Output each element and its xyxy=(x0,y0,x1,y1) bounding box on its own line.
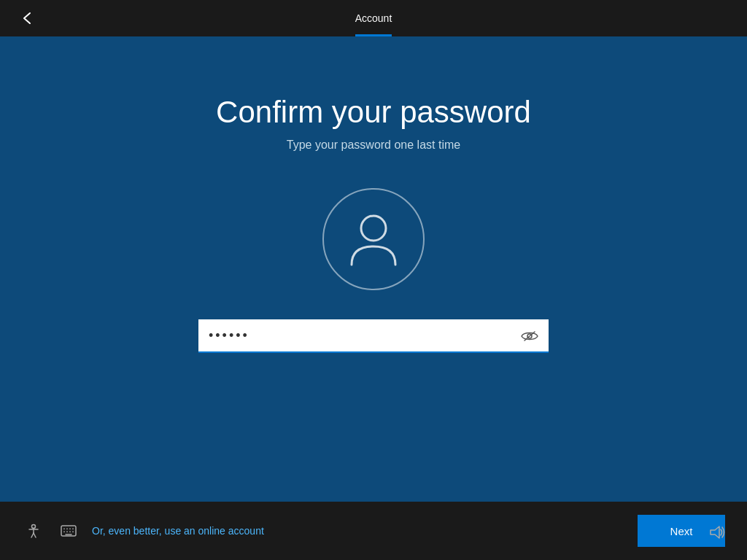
reveal-icon xyxy=(521,330,538,342)
tray-left: Or, even better, use an online account xyxy=(22,519,264,542)
password-input[interactable] xyxy=(198,319,549,353)
tab-account-label: Account xyxy=(355,12,392,24)
page-title: Confirm your password xyxy=(216,95,531,130)
avatar-icon xyxy=(341,206,406,272)
tray-right xyxy=(706,521,729,544)
keyboard-icon[interactable] xyxy=(57,519,80,542)
main-content: Confirm your password Type your password… xyxy=(0,36,747,353)
reveal-password-button[interactable] xyxy=(518,327,541,345)
user-silhouette-icon xyxy=(341,206,406,272)
volume-icon[interactable] xyxy=(706,521,729,544)
svg-line-6 xyxy=(31,533,34,537)
back-button[interactable] xyxy=(15,5,41,31)
tab-container: Account xyxy=(341,0,407,36)
accessibility-icon[interactable] xyxy=(22,519,45,542)
top-bar: Account xyxy=(0,0,747,36)
avatar xyxy=(322,188,425,290)
tab-account[interactable]: Account xyxy=(341,0,407,36)
bottom-bar: Or, even better, use an online account N… xyxy=(0,502,747,560)
svg-point-0 xyxy=(361,216,386,241)
svg-marker-18 xyxy=(711,526,719,538)
password-field-container xyxy=(198,319,549,353)
online-account-link[interactable]: Or, even better, use an online account xyxy=(92,525,264,537)
svg-line-7 xyxy=(34,533,36,537)
page-subtitle: Type your password one last time xyxy=(287,139,460,152)
